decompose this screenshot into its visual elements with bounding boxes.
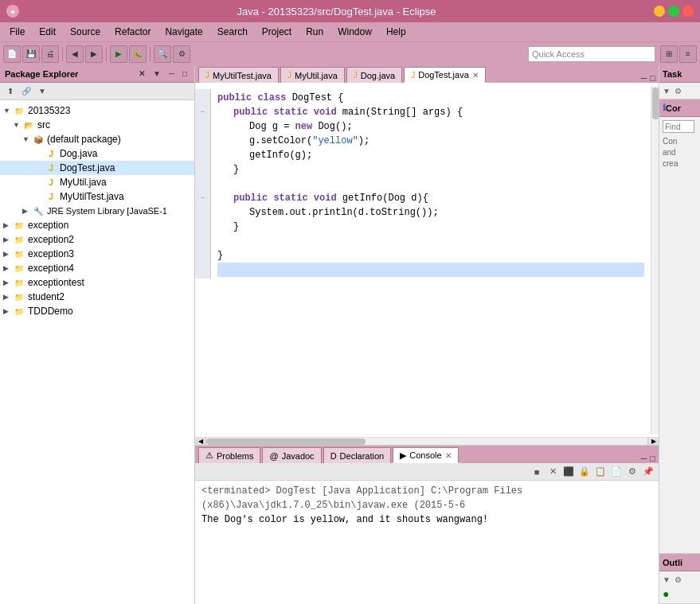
gutter-collapse1[interactable]: − — [201, 105, 205, 119]
menu-edit[interactable]: Edit — [33, 25, 62, 39]
menu-navigate[interactable]: Navigate — [158, 25, 209, 39]
minimize-button[interactable] — [654, 6, 665, 17]
console-output[interactable]: <terminated> DogTest [Java Application] … — [195, 481, 659, 604]
tree-item-exception[interactable]: ▶ 📁 exception — [0, 218, 194, 232]
editor-max-btn[interactable]: □ — [650, 73, 655, 83]
tree-item-root[interactable]: ▼ 📁 20135323 — [0, 103, 194, 118]
task-toolbar-btn[interactable]: ▼ — [663, 87, 671, 95]
tab-problems[interactable]: ⚠ Problems — [198, 447, 260, 463]
code-line: Dog g = new Dog(); — [217, 119, 644, 134]
pe-close-icon[interactable]: ✕ — [136, 68, 147, 79]
editor-scrollbar[interactable] — [651, 86, 659, 434]
console-copy-btn[interactable]: 📋 — [593, 465, 608, 479]
console-stop-btn[interactable]: ✕ — [546, 465, 560, 479]
pe-menu-icon[interactable]: ▼ — [151, 68, 163, 79]
pe-max-icon[interactable]: □ — [180, 68, 190, 79]
toolbar-run-btn[interactable]: ▶ — [110, 45, 127, 63]
tree-label: Dog.java — [60, 148, 97, 159]
tree-item-exceptiontest[interactable]: ▶ 📁 exceptiontest — [0, 275, 194, 290]
tree-item-exception3[interactable]: ▶ 📁 exception3 — [0, 247, 194, 261]
toolbar-settings-btn[interactable]: ⚙ — [173, 45, 190, 63]
tree-item-default-pkg[interactable]: ▼ 📦 (default package) — [0, 132, 194, 146]
menu-run[interactable]: Run — [299, 25, 330, 39]
pe-min-icon[interactable]: ─ — [166, 68, 177, 79]
tab-declaration[interactable]: D Declaration — [323, 447, 392, 463]
keyword: public — [217, 92, 252, 103]
toolbar-print-btn[interactable]: 🖨 — [41, 45, 59, 63]
menu-search[interactable]: Search — [211, 25, 254, 39]
tab-close-icon[interactable]: ✕ — [472, 71, 479, 80]
scroll-left-btn[interactable]: ◀ — [195, 438, 206, 446]
tab-myutiltest[interactable]: J MyUtilTest.java — [198, 67, 279, 83]
menu-project[interactable]: Project — [256, 25, 298, 39]
console-settings-btn[interactable]: ⚙ — [625, 465, 639, 479]
task-settings-btn[interactable]: ⚙ — [675, 87, 682, 95]
console-min-btn[interactable]: ─ — [641, 454, 647, 463]
keyword: void — [314, 107, 337, 118]
code-area: − − — [195, 89, 651, 279]
tree-item-student2[interactable]: ▶ 📁 student2 — [0, 290, 194, 304]
tab-javadoc[interactable]: @ Javadoc — [262, 447, 321, 463]
tree-item-dogtest[interactable]: J DogTest.java — [0, 161, 194, 175]
tree-item-src[interactable]: ▼ 📂 src — [0, 118, 194, 132]
tab-close-icon[interactable]: ✕ — [445, 451, 452, 460]
toolbar-perspective-btn[interactable]: ⊞ — [660, 45, 678, 63]
java-icon: J — [45, 147, 57, 160]
code-editor[interactable]: − − — [195, 83, 659, 437]
quick-access-box[interactable]: Quick Access — [528, 46, 655, 62]
tab-dog[interactable]: J Dog.java — [346, 67, 402, 83]
code-lines[interactable]: public class DogTest { public — [211, 89, 651, 279]
explorer-toolbar: ⬆ 🔗 ▼ — [0, 83, 194, 100]
outline-item[interactable]: ● — [663, 587, 669, 600]
console-paste-btn[interactable]: 📄 — [609, 465, 624, 479]
tree-item-myutiltest[interactable]: J MyUtilTest.java — [0, 189, 194, 204]
toolbar-search-btn[interactable]: 🔍 — [154, 45, 171, 63]
scroll-right-btn[interactable]: ▶ — [647, 438, 659, 446]
tree-item-exception4[interactable]: ▶ 📁 exception4 — [0, 261, 194, 275]
tree-item-tdddemo[interactable]: ▶ 📁 TDDDemo — [0, 304, 194, 318]
console-scroll-lock-btn[interactable]: 🔒 — [577, 465, 592, 479]
gutter-collapse2[interactable]: − — [201, 191, 205, 205]
h-scrollbar[interactable]: ◀ ▶ — [195, 437, 659, 445]
toolbar-layout-btn[interactable]: ≡ — [679, 45, 697, 63]
menu-help[interactable]: Help — [380, 25, 413, 39]
explorer-menu-btn[interactable]: ▼ — [35, 84, 49, 99]
close-button[interactable] — [682, 6, 694, 17]
console-max-btn[interactable]: □ — [650, 454, 655, 463]
tab-myutil[interactable]: J MyUtil.java — [280, 67, 345, 83]
console-clear-btn[interactable]: ■ — [530, 465, 544, 479]
cor-content: Conandcrea — [659, 117, 700, 173]
toolbar-fwd-btn[interactable]: ▶ — [85, 45, 103, 63]
menu-source[interactable]: Source — [64, 25, 107, 39]
console-pin-btn[interactable]: 📌 — [641, 465, 655, 479]
tree-arrow: ▶ — [3, 293, 13, 301]
code-content[interactable]: − − — [195, 86, 651, 434]
editor-min-btn[interactable]: ─ — [641, 73, 647, 83]
outline-settings-btn[interactable]: ⚙ — [675, 575, 682, 584]
find-input[interactable] — [663, 120, 694, 133]
tree-label: student2 — [28, 291, 65, 302]
outline-tree: ● — [663, 587, 697, 600]
tree-item-exception2[interactable]: ▶ 📁 exception2 — [0, 232, 194, 247]
tree-item-myutil[interactable]: J MyUtil.java — [0, 175, 194, 189]
code-line: } — [217, 220, 644, 234]
code-line-highlighted[interactable] — [217, 263, 644, 277]
menu-refactor[interactable]: Refactor — [108, 25, 157, 39]
menu-file[interactable]: File — [3, 25, 31, 39]
toolbar-save-btn[interactable]: 💾 — [22, 45, 40, 63]
tree-item-jre[interactable]: ▶ 🔧 JRE System Library [JavaSE-1 — [0, 204, 194, 218]
tab-dogtest[interactable]: J DogTest.java ✕ — [404, 67, 486, 83]
collapse-all-btn[interactable]: ⬆ — [3, 84, 18, 99]
maximize-button[interactable] — [668, 6, 679, 17]
toolbar-debug-btn[interactable]: 🐛 — [129, 45, 147, 63]
project-icon: 📁 — [13, 247, 25, 260]
menu-window[interactable]: Window — [331, 25, 378, 39]
outline-toolbar-btn[interactable]: ▼ — [663, 575, 671, 584]
title-bar: ● Java - 20135323/src/DogTest.java - Ecl… — [0, 0, 700, 22]
tree-item-dog[interactable]: J Dog.java — [0, 146, 194, 161]
toolbar-back-btn[interactable]: ◀ — [66, 45, 84, 63]
console-terminate-btn[interactable]: ⬛ — [561, 465, 576, 479]
tab-console[interactable]: ▶ Console ✕ — [393, 447, 458, 463]
toolbar-new-btn[interactable]: 📄 — [3, 45, 21, 63]
link-with-editor-btn[interactable]: 🔗 — [19, 84, 33, 99]
